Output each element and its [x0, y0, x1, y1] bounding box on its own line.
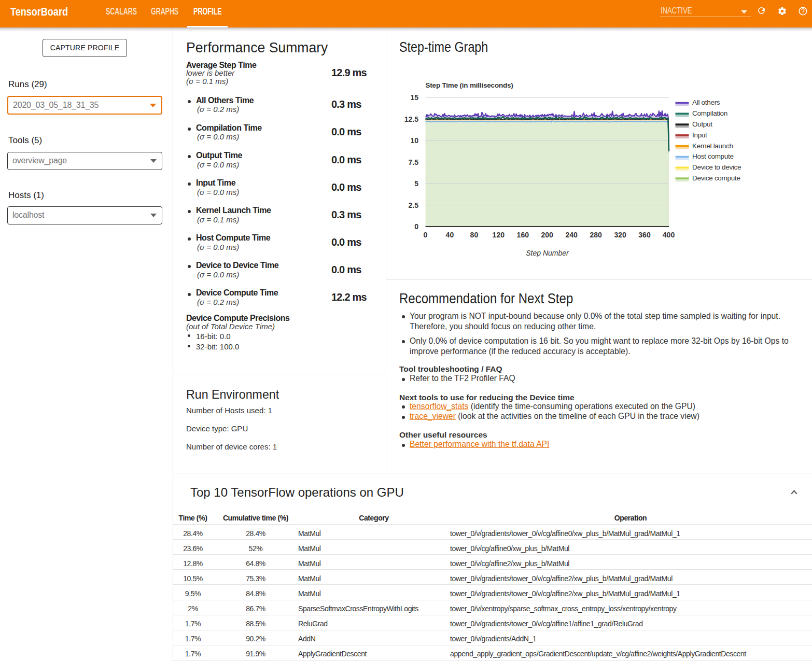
- svg-text:0: 0: [424, 231, 428, 239]
- svg-text:Device compute: Device compute: [692, 174, 740, 182]
- svg-text:5: 5: [414, 179, 418, 188]
- svg-text:7.5: 7.5: [409, 158, 419, 166]
- svg-text:120: 120: [493, 231, 505, 239]
- svg-text:320: 320: [614, 231, 626, 239]
- svg-text:Output: Output: [692, 120, 712, 128]
- svg-text:Compilation: Compilation: [692, 109, 727, 117]
- svg-text:Step Time (in milliseconds): Step Time (in milliseconds): [426, 81, 513, 89]
- svg-text:80: 80: [470, 231, 479, 239]
- svg-text:10: 10: [410, 136, 418, 145]
- svg-text:12.5: 12.5: [404, 115, 418, 123]
- svg-text:Host compute: Host compute: [692, 152, 734, 160]
- svg-text:2.5: 2.5: [409, 201, 419, 209]
- svg-text:360: 360: [638, 231, 651, 239]
- svg-text:40: 40: [446, 231, 454, 239]
- svg-text:Input: Input: [692, 131, 707, 139]
- svg-text:0: 0: [414, 222, 418, 231]
- svg-text:400: 400: [663, 231, 675, 239]
- svg-text:160: 160: [517, 231, 529, 239]
- svg-text:Device to device: Device to device: [692, 163, 741, 171]
- svg-text:240: 240: [566, 231, 578, 239]
- svg-text:Step Number: Step Number: [526, 249, 569, 257]
- svg-text:All others: All others: [692, 99, 720, 106]
- svg-text:200: 200: [541, 231, 554, 239]
- svg-text:15: 15: [410, 93, 418, 102]
- svg-text:280: 280: [590, 231, 602, 239]
- svg-text:Kernel launch: Kernel launch: [692, 142, 733, 150]
